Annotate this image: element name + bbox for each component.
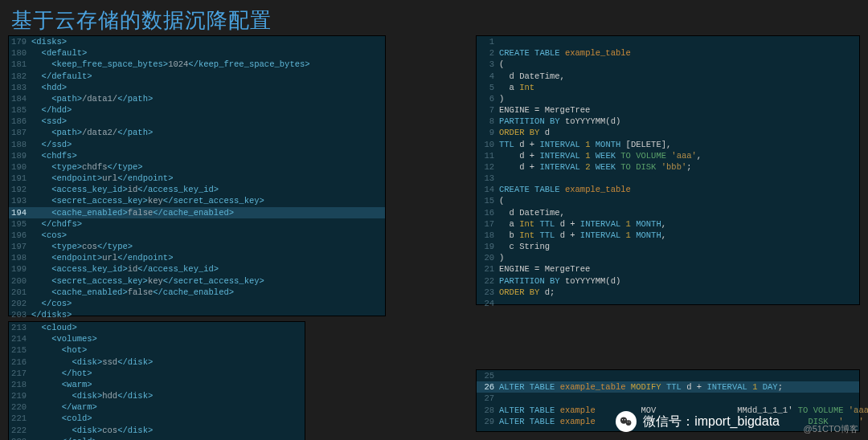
line-number: 183 [9,82,31,93]
code-line: 200 <secret_access_key>key</secret_acces… [9,275,385,287]
code-line: 24 [477,298,859,309]
code-line: 201 <cache_enabled>false</cache_enabled> [9,287,385,298]
code-line: 190 <type>chdfs</type> [9,161,385,173]
code-line: 213 <cloud> [9,322,305,333]
line-number: 179 [9,36,31,47]
code-text: ( [499,195,504,206]
code-line: 179<disks> [9,36,385,47]
code-line: 18 b Int TTL d + INTERVAL 1 MONTH, [477,230,859,241]
line-number: 13 [477,173,499,184]
code-text: <cloud> [31,322,77,333]
line-number: 219 [9,390,31,401]
line-number: 196 [9,230,31,241]
line-number: 2 [477,47,499,59]
code-text: <disk>hdd</disk> [31,390,153,401]
code-text: <warm> [31,379,92,390]
code-text: d + INTERVAL 2 WEEK TO DISK 'bbb'; [499,161,692,173]
line-number: 221 [9,413,31,424]
code-text: ENGINE = MergeTree [499,104,590,116]
svg-point-3 [624,419,625,420]
code-pane-disks[interactable]: 179<disks>180 <default>181 <keep_free_sp… [8,35,386,316]
line-number: 195 [9,218,31,230]
code-line: 11 d + INTERVAL 1 WEEK TO VOLUME 'aaa', [477,150,859,161]
code-text: <path>/data2/</path> [31,127,153,138]
svg-point-2 [622,419,623,420]
code-line: 218 <warm> [9,379,305,390]
line-number: 188 [9,139,31,150]
line-number: 186 [9,116,31,127]
code-text: PARTITION BY toYYYYMM(d) [499,116,620,127]
page-title: 基于云存储的数据沉降配置 [0,0,868,39]
code-text: CREATE TABLE example_table [499,47,631,59]
line-number: 12 [477,161,499,173]
line-number: 19 [477,241,499,252]
code-line: 181 <keep_free_space_bytes>1024</keep_fr… [9,59,385,70]
line-number: 216 [9,356,31,368]
code-text: <disk>cos</disk> [31,425,153,436]
line-number: 15 [477,195,499,206]
code-line: 3( [477,59,859,70]
line-number: 187 [9,127,31,138]
code-text: ALTER TABLE example_table MODIFY TTL d +… [499,381,783,393]
line-number: 182 [9,71,31,82]
line-number: 185 [9,104,31,116]
code-pane-sql-create[interactable]: 12CREATE TABLE example_table3(4 d DateTi… [476,35,860,305]
line-number: 16 [477,207,499,218]
line-number: 215 [9,344,31,356]
code-text: c String [499,241,550,252]
code-text: <cache_enabled>false</cache_enabled> [31,207,234,218]
code-text: <access_key_id>id</access_key_id> [31,184,219,195]
line-number: 11 [477,150,499,161]
code-line: 188 </ssd> [9,139,385,150]
line-number: 197 [9,241,31,252]
code-line: 199 <access_key_id>id</access_key_id> [9,263,385,275]
line-number: 181 [9,59,31,70]
code-line: 7ENGINE = MergeTree [477,104,859,116]
line-number: 184 [9,93,31,104]
code-text: </default> [31,71,92,82]
line-number: 218 [9,379,31,390]
code-line: 198 <endpoint>url</endpoint> [9,252,385,263]
code-text: <endpoint>url</endpoint> [31,252,173,263]
line-number: 223 [9,436,31,440]
code-text: d DateTime, [499,71,565,82]
line-number: 194 [9,207,31,218]
line-number: 6 [477,93,499,104]
code-line: 22PARTITION BY toYYYYMM(d) [477,275,859,287]
code-text: TTL d + INTERVAL 1 MONTH [DELETE], [499,139,671,150]
line-number: 8 [477,116,499,127]
code-line: 2CREATE TABLE example_table [477,47,859,59]
code-line: 220 </warm> [9,401,305,413]
line-number: 222 [9,425,31,436]
code-line: 12 d + INTERVAL 2 WEEK TO DISK 'bbb'; [477,161,859,173]
code-line: 183 <hdd> [9,82,385,93]
code-line: 20) [477,252,859,263]
code-line: 219 <disk>hdd</disk> [9,390,305,401]
line-number: 22 [477,275,499,287]
line-number: 191 [9,173,31,184]
line-number: 214 [9,333,31,344]
line-number: 10 [477,139,499,150]
line-number: 23 [477,287,499,298]
code-line: 26ALTER TABLE example_table MODIFY TTL d… [477,381,859,393]
code-text: ORDER BY d [499,127,550,138]
code-line: 215 <hot> [9,344,305,356]
code-text: <secret_access_key>key</secret_access_ke… [31,195,264,206]
svg-point-5 [629,422,630,422]
code-line: 14CREATE TABLE example_table [477,184,859,195]
code-line: 184 <path>/data1/</path> [9,93,385,104]
code-pane-cloud-volumes[interactable]: 213 <cloud>214 <volumes>215 <hot>216 <di… [8,321,305,440]
code-text: <access_key_id>id</access_key_id> [31,263,219,275]
code-line: 195 </chdfs> [9,218,385,230]
code-line: 214 <volumes> [9,333,305,344]
code-text: <chdfs> [31,150,77,161]
code-text: <disks> [31,36,67,47]
line-number: 189 [9,150,31,161]
code-line: 222 <disk>cos</disk> [9,425,305,436]
line-number: 27 [477,393,499,404]
code-text: d DateTime, [499,207,565,218]
code-text: <cos> [31,230,67,241]
code-text: <path>/data1/</path> [31,93,153,104]
line-number: 217 [9,368,31,379]
code-line: 25 [477,370,859,381]
